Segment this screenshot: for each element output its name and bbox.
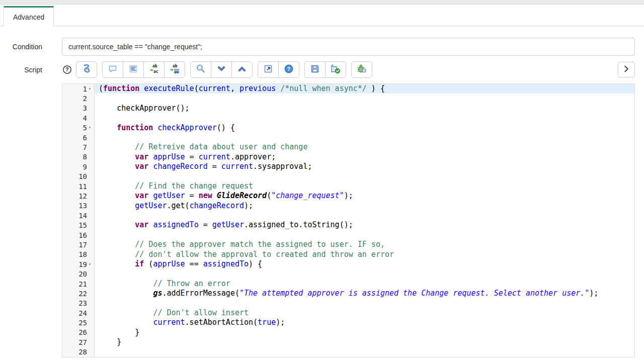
line-number: 22	[78, 290, 87, 298]
code-line-text: gs.addErrorMessage("The attempted approv…	[95, 289, 634, 298]
code-line[interactable]: 28	[62, 347, 634, 357]
toolbar-button-group	[76, 61, 97, 78]
condition-label: Condition	[0, 43, 42, 51]
code-line[interactable]: 17 // Does the approver match the assign…	[62, 240, 634, 249]
code-line-text	[95, 211, 634, 220]
line-number-gutter: 14	[62, 211, 95, 220]
code-line[interactable]: 11 // Find the change request	[62, 182, 634, 191]
code-line[interactable]: 26 }	[62, 328, 634, 337]
condition-row: Condition	[0, 38, 644, 56]
line-number: 20	[78, 270, 87, 278]
line-number-gutter: 11	[62, 182, 95, 191]
condition-input[interactable]	[62, 38, 635, 56]
line-number-gutter: 28	[62, 347, 95, 357]
line-number: 28	[78, 348, 87, 356]
svg-text:?: ?	[65, 67, 68, 72]
line-number-gutter: 17	[62, 240, 95, 249]
find-next-button[interactable]	[211, 61, 232, 78]
svg-text:ac: ac	[174, 70, 179, 74]
code-line[interactable]: 13 getUser.get(changeRecord);	[62, 201, 634, 211]
code-line[interactable]: 23	[62, 299, 634, 308]
find-previous-button[interactable]	[231, 61, 253, 78]
code-line-text: // don't allow the approval to created a…	[95, 250, 634, 259]
toggle-comment-button[interactable]	[102, 61, 123, 78]
code-line-text: var getUser = new GlideRecord("change_re…	[95, 191, 634, 201]
editor-help-button[interactable]: ?	[278, 61, 299, 78]
code-line[interactable]: 5▾ function checkApprover() {	[62, 123, 634, 133]
full-screen-icon	[263, 64, 273, 75]
syntax-editor-icon	[81, 63, 92, 76]
line-number: 6	[83, 134, 87, 142]
code-line-text	[95, 230, 634, 240]
code-line[interactable]: 25 current.setAbortAction(true);	[62, 318, 634, 327]
fold-arrow-icon[interactable]: ▾	[87, 262, 93, 266]
code-line[interactable]: 2	[62, 94, 634, 103]
code-line[interactable]: 24 // Don't allow insert	[62, 308, 634, 318]
code-line-text: if (apprUse == assignedTo) {	[95, 259, 634, 269]
code-line[interactable]: 1▾(function executeRule(current, previou…	[62, 84, 634, 94]
replace-button[interactable]: abac	[143, 61, 165, 78]
save-button[interactable]	[304, 61, 326, 78]
code-line[interactable]: 6	[62, 133, 634, 142]
format-code-button[interactable]	[123, 61, 144, 78]
code-line[interactable]: 14	[62, 211, 634, 220]
code-line[interactable]: 4	[62, 113, 634, 123]
toolbar-button-group: abacabac	[102, 61, 185, 78]
line-number-gutter: 13	[62, 201, 95, 211]
help-question-icon[interactable]: ?	[62, 65, 72, 75]
code-line[interactable]: 16	[62, 230, 634, 240]
line-number: 10	[78, 172, 87, 180]
code-line[interactable]: 19▾ if (apprUse == assignedTo) {	[62, 259, 634, 269]
code-line-text: current.setAbortAction(true);	[95, 318, 634, 327]
line-number: 9	[83, 163, 87, 171]
code-line[interactable]: 20	[62, 269, 634, 279]
line-number-gutter: 6	[62, 133, 95, 142]
line-number-gutter: 26	[62, 328, 95, 337]
form-area: Condition Script ? abacabac? 1▾(function…	[0, 26, 644, 357]
code-line[interactable]: 8 var apprUse = current.approver;	[62, 152, 634, 162]
fold-arrow-icon[interactable]: ▾	[87, 87, 93, 91]
syntax-editor-button[interactable]	[76, 61, 97, 78]
code-line-text: getUser.get(changeRecord);	[95, 201, 634, 211]
script-debugger-button[interactable]	[351, 61, 372, 78]
full-screen-button[interactable]	[258, 61, 279, 78]
code-line[interactable]: 9 var changeRecord = current.sysapproval…	[62, 162, 634, 171]
svg-text:?: ?	[287, 66, 290, 72]
script-code-editor[interactable]: 1▾(function executeRule(current, previou…	[62, 83, 635, 357]
code-line[interactable]: 27 }	[62, 337, 634, 347]
toolbar-expand-button[interactable]	[618, 62, 635, 77]
toolbar-button-group	[190, 61, 253, 78]
page-top-strip	[0, 0, 644, 5]
code-line[interactable]: 21 // Throw an error	[62, 279, 634, 289]
line-number-gutter: 4	[62, 113, 95, 123]
code-line[interactable]: 22 gs.addErrorMessage("The attempted app…	[62, 289, 634, 298]
script-row: Script ? abacabac?	[0, 61, 644, 78]
search-button[interactable]	[190, 61, 211, 78]
code-line[interactable]: 10	[62, 172, 634, 182]
line-number: 7	[83, 143, 87, 151]
code-line-text: checkApprover();	[95, 104, 634, 113]
search-icon	[195, 63, 206, 76]
validate-script-button[interactable]	[325, 61, 346, 78]
code-line[interactable]: 7 // Retreive data about user and change	[62, 142, 634, 152]
line-number: 4	[83, 114, 87, 122]
fold-arrow-icon[interactable]: ▾	[87, 126, 93, 130]
line-number-gutter: 27	[62, 337, 95, 347]
line-number-gutter: 24	[62, 308, 95, 318]
line-number-gutter: 5▾	[62, 123, 95, 133]
tab-advanced[interactable]: Advanced	[4, 6, 54, 26]
line-number-gutter: 9	[62, 162, 95, 171]
replace-all-button[interactable]: abac	[164, 61, 185, 78]
code-line[interactable]: 18 // don't allow the approval to create…	[62, 250, 634, 259]
code-line[interactable]: 12 var getUser = new GlideRecord("change…	[62, 191, 634, 201]
line-number: 24	[78, 309, 87, 317]
code-line[interactable]: 15 var assignedTo = getUser.assigned_to.…	[62, 220, 634, 230]
validate-script-icon	[330, 63, 341, 76]
line-number: 2	[83, 95, 87, 103]
code-line-text: function checkApprover() {	[95, 123, 634, 133]
line-number: 26	[78, 328, 87, 336]
code-line[interactable]: 3 checkApprover();	[62, 104, 634, 113]
line-number-gutter: 3	[62, 104, 95, 113]
line-number: 27	[78, 338, 87, 346]
line-number: 19	[78, 260, 87, 268]
